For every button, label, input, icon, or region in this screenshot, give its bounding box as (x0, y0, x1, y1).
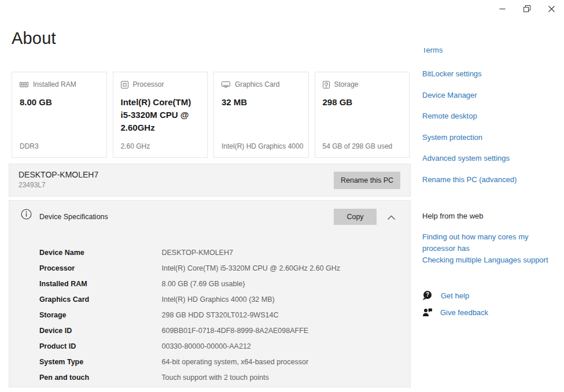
device-name: DESKTOP-KMOLEH7 (19, 170, 98, 179)
card-graphics: Graphics Card 32 MB Intel(R) HD Graphics… (213, 72, 309, 158)
spec-value: 8.00 GB (7.69 GB usable) (161, 280, 245, 288)
spec-row: Processor Intel(R) Core(TM) i5-3320M CPU… (9, 261, 410, 276)
close-button[interactable] (543, 1, 560, 16)
info-cards: Installed RAM 8.00 GB DDR3 Processor Int… (12, 72, 410, 158)
feedback-icon (422, 307, 433, 317)
graphics-card-icon (222, 81, 230, 88)
spec-row: Device ID 609BB01F-0718-4DF8-8999-8A2AE0… (9, 323, 410, 339)
help-from-web-title: Help from the web (422, 212, 484, 220)
page-title: About (12, 29, 56, 48)
card-label: Graphics Card (235, 80, 279, 88)
card-label: Installed RAM (33, 80, 76, 88)
device-model: 23493L7 (19, 181, 46, 189)
spec-row: Graphics Card Intel(R) HD Graphics 4000 … (9, 292, 410, 308)
card-value: 8.00 GB (20, 96, 99, 109)
processor-icon (121, 81, 128, 88)
spec-label: Storage (39, 308, 160, 323)
specs-title: Device Specifications (39, 213, 108, 221)
spec-label: Product ID (39, 339, 160, 354)
sidebar-link-rename-pc-advanced[interactable]: Rename this PC (advanced) (422, 175, 517, 184)
specs-header: Device Specifications Copy (9, 201, 410, 233)
restore-icon (524, 5, 530, 12)
sidebar-link-advanced-system-settings[interactable]: Advanced system settings (422, 154, 510, 162)
spec-label: Device Name (39, 245, 160, 261)
sidebar-link-remote-desktop[interactable]: Remote desktop (422, 112, 477, 120)
card-value: 32 MB (222, 96, 301, 109)
spec-row: System Type 64-bit operating system, x64… (9, 354, 410, 370)
card-footer: DDR3 (20, 142, 39, 150)
card-processor: Processor Intel(R) Core(TM) i5-3320M CPU… (113, 72, 208, 158)
minimize-icon (499, 6, 506, 12)
spec-row: Product ID 00330-80000-00000-AA212 (9, 339, 410, 354)
sidebar-link-system-protection[interactable]: System protection (422, 133, 482, 142)
svg-text:?: ? (426, 291, 429, 298)
info-icon (21, 209, 32, 220)
give-feedback-label: Give feedback (440, 308, 488, 317)
card-storage: Storage 298 GB 54 GB of 298 GB used (315, 72, 410, 158)
spec-label: Device ID (39, 323, 160, 339)
card-value: 298 GB (323, 96, 402, 109)
spec-row: Device Name DESKTOP-KMOLEH7 (9, 245, 410, 261)
device-specifications-panel: Device Specifications Copy Device Name D… (9, 200, 411, 387)
spec-row: Pen and touch Touch support with 2 touch… (9, 370, 410, 386)
storage-icon (323, 81, 330, 88)
ram-icon (20, 82, 28, 88)
spec-label: Graphics Card (39, 292, 160, 308)
restore-button[interactable] (518, 1, 536, 16)
help-link-languages[interactable]: Checking multiple Languages support (422, 256, 564, 264)
spec-value: Touch support with 2 touch points (161, 373, 269, 382)
spec-value: DESKTOP-KMOLEH7 (161, 249, 233, 257)
copy-button[interactable]: Copy (334, 209, 377, 225)
spec-row: Installed RAM 8.00 GB (7.69 GB usable) (9, 276, 410, 292)
get-help-label: Get help (441, 291, 469, 300)
give-feedback-link[interactable]: Give feedback (422, 307, 488, 317)
spec-label: Pen and touch (39, 370, 160, 386)
rename-pc-button[interactable]: Rename this PC (334, 172, 400, 189)
spec-value: Intel(R) HD Graphics 4000 (32 MB) (161, 295, 274, 304)
spec-label: Installed RAM (39, 276, 160, 292)
card-installed-ram: Installed RAM 8.00 GB DDR3 (12, 72, 107, 158)
card-value: Intel(R) Core(TM) i5-3320M CPU @ 2.60GHz (121, 96, 200, 134)
card-footer: 2.60 GHz (121, 142, 150, 150)
card-label: Storage (334, 80, 359, 88)
minimize-button[interactable] (493, 1, 511, 16)
spec-label: System Type (39, 354, 160, 370)
card-label: Processor (133, 80, 164, 88)
spec-value: 609BB01F-0718-4DF8-8999-8A2AE098AFFE (161, 327, 308, 335)
get-help-link[interactable]: ? Get help (422, 290, 469, 301)
device-name-bar: DESKTOP-KMOLEH7 23493L7 Rename this PC (9, 164, 411, 197)
sidebar-link-device-manager[interactable]: Device Manager (422, 91, 477, 99)
spec-row: Storage 298 GB HDD ST320LT012-9WS14C (9, 308, 410, 323)
spec-value: 00330-80000-00000-AA212 (161, 342, 250, 350)
get-help-icon: ? (422, 290, 433, 301)
specs-table: Device Name DESKTOP-KMOLEH7 Processor In… (9, 245, 410, 386)
spec-label: Processor (39, 261, 160, 276)
card-footer: Intel(R) HD Graphics 4000 (222, 142, 303, 150)
sidebar-link-bitlocker-settings[interactable]: BitLocker settings (422, 69, 482, 78)
chevron-up-icon[interactable] (387, 211, 400, 224)
help-link-cores[interactable]: Finding out how many cores my processor … (422, 231, 548, 254)
card-footer: 54 GB of 298 GB used (323, 142, 393, 150)
close-icon (548, 6, 555, 12)
spec-value: Intel(R) Core(TM) i5-3320M CPU @ 2.60GHz… (161, 264, 340, 272)
spec-value: 64-bit operating system, x64-based proce… (161, 358, 308, 366)
sidebar-link-terms[interactable]: Terms (422, 48, 443, 56)
spec-value: 298 GB HDD ST320LT012-9WS14C (161, 311, 278, 319)
